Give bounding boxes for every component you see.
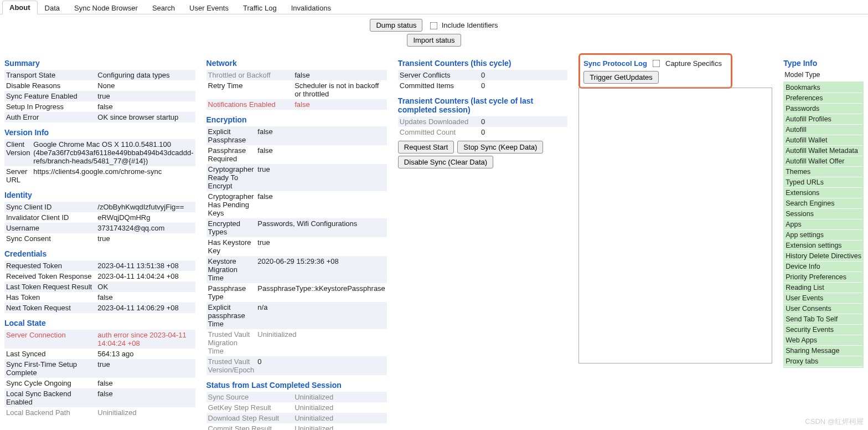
table-row: Setup In Progressfalse [4, 101, 195, 112]
row-key: Committed Items [398, 80, 479, 91]
lastsession-table: Sync SourceUninitializedGetKey Step Resu… [206, 392, 387, 430]
trigger-getupdates-button[interactable]: Trigger GetUpdates [583, 71, 659, 84]
tab-user-events[interactable]: User Events [182, 1, 236, 14]
protocol-log-pane[interactable] [578, 88, 772, 364]
row-key: Retry Time [206, 80, 293, 99]
table-row: Sync Consenttrue [4, 233, 195, 244]
table-row: Server URLhttps://clients4.google.com/ch… [4, 166, 195, 185]
identity-title: Identity [4, 191, 195, 199]
type-item[interactable]: Autofill Wallet Metadata [784, 146, 862, 156]
type-list: Model Type BookmarksPreferencesPasswords… [783, 70, 864, 368]
type-item[interactable]: Preferences [784, 93, 862, 104]
row-key: Explicit Passphrase [206, 126, 256, 145]
row-key: Passphrase Type [206, 283, 256, 302]
type-item[interactable]: Apps [784, 219, 862, 230]
table-row: Cryptographer Ready To Encrypttrue [206, 164, 387, 191]
tab-sync-node-browser[interactable]: Sync Node Browser [67, 1, 145, 14]
tab-data[interactable]: Data [38, 1, 67, 14]
type-item[interactable]: Themes [784, 167, 862, 177]
request-start-button[interactable]: Request Start [398, 141, 454, 153]
type-item[interactable]: Autofill Wallet [784, 135, 862, 146]
include-identifiers-checkbox[interactable] [430, 22, 438, 30]
row-key: Notifications Enabled [206, 99, 293, 110]
type-item[interactable]: Autofill [784, 125, 862, 135]
type-item[interactable]: Priority Preferences [784, 272, 862, 283]
network-table: Throttled or BackofffalseRetry TimeSched… [206, 70, 387, 110]
table-row: Download Step ResultUninitialized [206, 413, 387, 423]
row-value: eRWqjDQmHRg [96, 212, 195, 223]
type-item[interactable]: Proxy tabs [784, 356, 862, 367]
localstate-table: Server Connectionauth error since 2023-0… [4, 330, 195, 418]
type-item[interactable]: Typed URLs [784, 177, 862, 188]
summary-title: Summary [4, 59, 195, 68]
type-item[interactable]: App settings [784, 230, 862, 240]
row-key: Last Token Request Result [4, 281, 96, 292]
table-row: Sync SourceUninitialized [206, 392, 387, 402]
row-key: Has Keystore Key [206, 237, 256, 256]
type-item[interactable]: History Delete Directives [784, 251, 862, 262]
row-value: 373174324@qq.com [96, 223, 195, 233]
import-status-button[interactable]: Import status [407, 34, 461, 47]
table-row: GetKey Step ResultUninitialized [206, 402, 387, 413]
row-key: Download Step Result [206, 413, 293, 423]
dump-status-button[interactable]: Dump status [370, 19, 422, 32]
type-item[interactable]: Sharing Message [784, 346, 862, 356]
capture-specifics-checkbox[interactable] [653, 60, 660, 68]
table-row: Commit Step ResultUninitialized [206, 423, 387, 430]
type-item[interactable]: Extensions [784, 188, 862, 198]
table-row: Last Token Request ResultOK [4, 281, 195, 292]
row-value: false [256, 126, 387, 145]
row-value: Scheduler is not in backoff or throttled [293, 80, 387, 99]
type-item[interactable]: Autofill Wallet Offer [784, 156, 862, 167]
row-key: Local Backend Path [4, 407, 96, 418]
table-row: Client VersionGoogle Chrome Mac OS X 110… [4, 139, 195, 166]
include-identifiers-label[interactable]: Include Identifiers [428, 21, 498, 29]
row-value: 2023-04-11 14:06:29 +08 [96, 303, 195, 313]
table-row: Last Synced564:13 ago [4, 349, 195, 359]
table-row: Auth ErrorOK since browser startup [4, 112, 195, 122]
row-value: false [96, 292, 195, 303]
row-key: GetKey Step Result [206, 402, 293, 413]
type-item[interactable]: Extension settings [784, 240, 862, 251]
row-key: Passphrase Required [206, 145, 256, 164]
row-value: None [96, 80, 195, 91]
table-row: Committed Items0 [398, 80, 567, 91]
row-value: Uninitialized [293, 392, 387, 402]
type-item[interactable]: Send Tab To Self [784, 314, 862, 325]
localstate-title: Local State [4, 319, 195, 327]
row-value: Configuring data types [96, 70, 195, 80]
type-item[interactable]: Search Engines [784, 198, 862, 209]
table-row: Local Sync Backend Enabledfalse [4, 388, 195, 407]
type-item[interactable]: Device Info [784, 262, 862, 272]
type-item[interactable]: Bookmarks [784, 83, 862, 93]
row-key: Username [4, 223, 96, 233]
table-row: Disable ReasonsNone [4, 80, 195, 91]
row-value: Uninitialized [256, 329, 387, 356]
table-row: Explicit passphrase Timen/a [206, 302, 387, 329]
type-item[interactable]: Passwords [784, 104, 862, 114]
row-value: false [256, 191, 387, 218]
row-key: Server Conflicts [398, 70, 479, 80]
row-value: false [293, 70, 387, 80]
row-value: false [256, 145, 387, 164]
tab-search[interactable]: Search [145, 1, 182, 14]
type-item[interactable]: User Events [784, 293, 862, 304]
type-item[interactable]: Sessions [784, 209, 862, 219]
type-item[interactable]: Web Apps [784, 335, 862, 346]
type-item[interactable]: User Consents [784, 304, 862, 314]
lastsession-title: Status from Last Completed Session [206, 381, 387, 390]
tab-invalidations[interactable]: Invalidations [284, 1, 338, 14]
table-row: Has Keystore Keytrue [206, 237, 387, 256]
type-item[interactable]: Reading List [784, 283, 862, 293]
stop-sync-button[interactable]: Stop Sync (Keep Data) [457, 141, 543, 153]
row-value: 2020-06-29 15:29:36 +08 [256, 256, 387, 283]
row-value: Google Chrome Mac OS X 110.0.5481.100 (4… [32, 139, 195, 166]
type-item[interactable]: Security Events [784, 325, 862, 335]
tab-about[interactable]: About [2, 1, 38, 14]
row-key: Commit Step Result [206, 423, 293, 430]
disable-sync-button[interactable]: Disable Sync (Clear Data) [398, 156, 493, 168]
tab-traffic-log[interactable]: Traffic Log [236, 1, 284, 14]
type-item[interactable]: Autofill Profiles [784, 114, 862, 125]
row-key: Updates Downloaded [398, 116, 479, 127]
table-row: Invalidator Client IDeRWqjDQmHRg [4, 212, 195, 223]
